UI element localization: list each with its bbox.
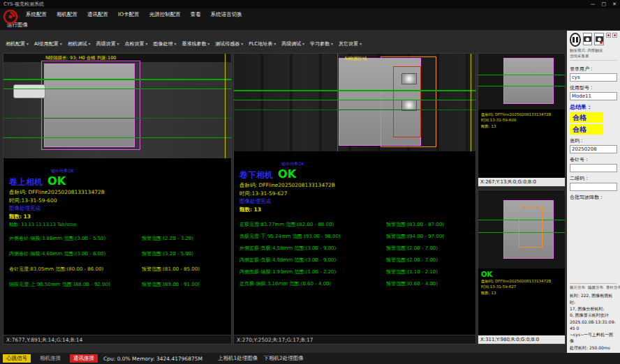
stats-tab[interactable]: 隔膜分布 — [588, 285, 603, 290]
stats-log-line: 17, 图像分析耗时: — [570, 305, 617, 312]
pixel-coords-lower: X:270;Y:2502;R:17;G:17;B:17 — [234, 335, 475, 344]
preview-info: OK 盘标码: DFFline2025020813313472B 时间:13-3… — [478, 268, 565, 298]
toolbar-item[interactable]: 学习参数 — [307, 40, 336, 47]
green-guide-line — [234, 100, 475, 100]
toolbar-item[interactable]: 相机调试 — [65, 40, 94, 47]
camera-snapshot-button[interactable] — [583, 33, 593, 45]
minimize-button[interactable]: — — [591, 1, 596, 7]
measurement-value: 隔膜宽度-上:90.50mm 范围:(88.00 - 92.00) — [9, 281, 142, 288]
green-guide-line — [3, 79, 231, 80]
alarm-indicator-icon[interactable] — [606, 33, 611, 38]
measurement-row: 隔膜宽度-上:90.50mm 范围:(88.00 - 92.00) 预警范围:(… — [9, 281, 226, 288]
login-user-field[interactable]: cys — [570, 73, 617, 82]
toolbar-item[interactable]: AI使用配置 — [31, 40, 65, 47]
measurement-value: 正负极-隔膜:3.16mm 范围:(0.60 - 4.00) — [239, 280, 386, 287]
lower-camera-process-status: 下相机2处理图像 — [263, 355, 303, 362]
preview-panel-lower[interactable]: OK 盘标码: DFFline2025020813313472B 时间:13-3… — [478, 190, 566, 344]
stats-section: 极片分布 隔膜分布 卷针分布 耗时: 222, 图像检测耗时: 17, 图像分析… — [570, 283, 617, 351]
measurement-warn-range: 预警范围:(2.00 - 7.00) — [386, 245, 470, 252]
preview-image — [478, 54, 565, 109]
model-label: 使用型号： — [570, 84, 617, 91]
measurement-list: 正极宽度:83.77mm 范围:(82.00 - 88.00) 预警范围:(83… — [238, 221, 471, 287]
menu-item[interactable]: 查看 — [186, 11, 206, 18]
menu-item[interactable]: 通讯配置 — [82, 11, 113, 18]
green-guide-line — [3, 118, 231, 119]
yellow-divider-line — [225, 54, 226, 158]
menu-item[interactable]: 相机配置 — [52, 11, 82, 18]
camera-icon — [584, 36, 591, 42]
camera-info-upper: 输出结果OK 卷上相机 OK 盘标码: DFFline2025020813313… — [3, 158, 231, 335]
bottom-code-field[interactable]: 20250208 — [570, 145, 617, 153]
stats-log-line: 处理耗时: 250.00ms — [570, 344, 617, 351]
stats-log-line: 耗时: 222, 图像检测耗时: — [570, 292, 617, 305]
camera-image-upper: N段隔膜长: 93; H0 合格 判废:100 — [3, 54, 231, 158]
preview-coords: X:311;Y:980;R:0;G:0;B:0 — [478, 335, 565, 344]
time-line: 时间:13-31-59-627 — [238, 190, 471, 198]
toolbar-item[interactable]: 相机配置 — [3, 40, 31, 47]
count-line: 颗数: 13 — [8, 213, 227, 221]
camera-name: 卷上相机 — [9, 177, 43, 187]
preview-result-ok: OK — [481, 271, 562, 278]
roi-rect-orange — [519, 207, 542, 248]
measurement-row: 内侧卷针-隔膜:4.60mm 范围:(3.00 - 6.00) 预警范围:(3.… — [9, 250, 226, 257]
toolbar-item[interactable]: 基准线参数 — [179, 40, 212, 47]
toolbar-item[interactable]: 测试传感器 — [212, 40, 246, 47]
measurement-row: 外侧正极-负极:4.58mm 范围:(3.00 - 9.00) 预警范围:(2.… — [239, 245, 470, 252]
maximize-button[interactable]: □ — [602, 1, 607, 7]
stats-log-line: 0, 图像显示耗时统计 — [570, 312, 617, 318]
toolbar-item[interactable]: PLC地址表 — [246, 40, 279, 47]
toolbar-item[interactable]: 高级设置 — [94, 40, 122, 47]
record-dot-icon — [600, 41, 603, 44]
measurement-row: 内侧负极-隔膜:1.93mm 范围:(1.00 - 2.20) 预警范围:(1.… — [239, 268, 470, 275]
time-line: 时间:13-31-59-600 — [8, 197, 227, 205]
pause-button[interactable] — [570, 33, 581, 47]
close-button[interactable]: ✕ — [612, 1, 617, 7]
measurement-value: 卷针宽度:83.05mm 范围:(80.00 - 86.00) — [9, 266, 142, 273]
titlebar: CYS-视觉检测系统 — □ ✕ — [0, 0, 620, 8]
toolbar: 相机配置 AI使用配置 相机调试 高级设置 点检设置 图像处理 基准线参数 测试… — [3, 39, 476, 49]
model-field[interactable]: Mode11 — [570, 92, 617, 100]
preview-coords: X:267;Y:13;R:0;G:0;B:0 — [478, 178, 565, 186]
camera-info-lower: 输出结果OK 卷下相机 OK 盘标码: DFFline2025020813313… — [234, 151, 475, 335]
yellow-divider-line — [471, 54, 471, 151]
toolbar-item[interactable]: 图像处理 — [150, 40, 179, 47]
measurement-row: 正极宽度:83.77mm 范围:(82.00 - 88.00) 预警范围:(83… — [239, 221, 470, 228]
green-guide-line — [234, 90, 475, 91]
bottom-code-label: 底码： — [570, 137, 617, 144]
camera-record-button[interactable] — [594, 33, 604, 45]
menu-item[interactable]: 系统配置 — [21, 11, 52, 18]
camera-result-title: 输出结果OK 卷上相机 OK — [9, 168, 227, 186]
product-region — [44, 63, 135, 147]
total-result-values: 合格 合格 — [570, 111, 617, 135]
toolbar-item[interactable]: 点检设置 — [122, 40, 151, 47]
measurement-warn-range: 预警范围:(1.10 - 2.10) — [386, 268, 470, 275]
measurement-value: 内侧负极-隔膜:1.93mm 范围:(1.00 - 2.20) — [239, 268, 386, 275]
menu-item[interactable]: 光源控制配置 — [145, 11, 186, 18]
stats-tab[interactable]: 极片分布 — [570, 285, 585, 290]
measurement-row: 正负极-隔膜:3.16mm 范围:(0.60 - 4.00) 预警范围:(0.6… — [239, 280, 470, 287]
toolbar-item[interactable]: 其它设置 — [336, 40, 364, 47]
stats-tab[interactable]: 卷针分布 — [606, 285, 620, 290]
menu-item[interactable]: IO卡配置 — [113, 11, 145, 18]
alarm-indicator-icon[interactable] — [612, 33, 617, 38]
count-line: 颗数: 13 — [238, 206, 471, 214]
needle-number-field[interactable] — [570, 164, 617, 172]
green-vertical-line — [337, 54, 338, 151]
menu-item[interactable]: 系统语言切换 — [206, 11, 247, 18]
toolbar-item[interactable]: 高级调试 — [279, 40, 307, 47]
preview-text-line: 盘标码: DFFline2025020813313472B — [481, 112, 562, 117]
measurement-row: 卷针宽度:83.05mm 范围:(80.00 - 86.00) 预警范围:(81… — [9, 266, 226, 273]
comm-connect-status-badge: 通讯连接 — [70, 354, 98, 363]
qr-code-field[interactable] — [570, 183, 617, 191]
result-caption: 输出结果OK — [51, 168, 74, 174]
menu-bar: 系统配置 相机配置 通讯配置 IO卡配置 光源控制配置 查看 系统语言切换 — [0, 8, 620, 20]
heartbeat-status-badge: 心跳信号 — [3, 354, 31, 363]
preview-text-line: 颗数: 13 — [481, 290, 562, 296]
camera-image-lower: AI检测区域 — [234, 54, 475, 151]
barcode-line: 盘标码: DFFline2025020813313472B — [8, 188, 227, 197]
measurement-value: 外侧正极-负极:4.58mm 范围:(3.00 - 9.00) — [239, 245, 386, 252]
preview-panel-upper[interactable]: 盘标码: DFFline2025020813313472B 时间:13-31-5… — [478, 53, 566, 187]
preview-text-line: 时间:13-31-59-627 — [481, 284, 562, 289]
measurement-row: 负极宽度-下:95.24mm 范围:(93.00 - 98.00) 预警范围:(… — [239, 233, 470, 240]
preview-image — [478, 190, 565, 268]
